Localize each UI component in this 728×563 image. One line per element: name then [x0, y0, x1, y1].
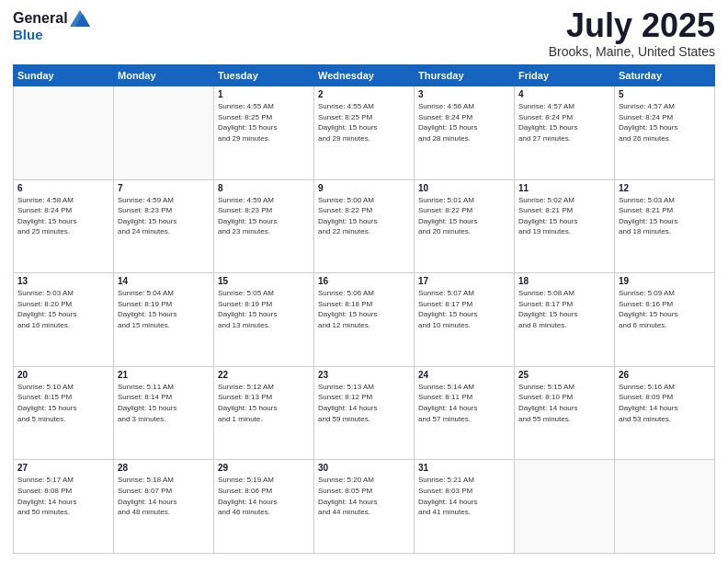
week-row-1: 1Sunrise: 4:55 AM Sunset: 8:25 PM Daylig… [14, 86, 715, 180]
day-info: Sunrise: 5:18 AM Sunset: 8:07 PM Dayligh… [118, 475, 210, 517]
day-info: Sunrise: 5:06 AM Sunset: 8:18 PM Dayligh… [318, 288, 410, 330]
day-info: Sunrise: 5:03 AM Sunset: 8:20 PM Dayligh… [17, 288, 109, 330]
day-info: Sunrise: 5:03 AM Sunset: 8:21 PM Dayligh… [619, 195, 711, 237]
day-number: 23 [318, 370, 410, 380]
day-info: Sunrise: 4:57 AM Sunset: 8:24 PM Dayligh… [518, 101, 610, 144]
page: General Blue July 2025 Brooks, Maine, Un… [0, 0, 728, 563]
day-info: Sunrise: 4:59 AM Sunset: 8:23 PM Dayligh… [118, 195, 210, 237]
day-info: Sunrise: 5:09 AM Sunset: 8:16 PM Dayligh… [619, 288, 711, 330]
calendar-cell: 28Sunrise: 5:18 AM Sunset: 8:07 PM Dayli… [114, 460, 214, 554]
weekday-header-row: SundayMondayTuesdayWednesdayThursdayFrid… [14, 65, 715, 86]
day-number: 24 [418, 370, 510, 380]
day-info: Sunrise: 5:17 AM Sunset: 8:08 PM Dayligh… [17, 475, 109, 517]
day-info: Sunrise: 4:55 AM Sunset: 8:25 PM Dayligh… [318, 101, 410, 144]
calendar-cell: 12Sunrise: 5:03 AM Sunset: 8:21 PM Dayli… [615, 179, 715, 273]
calendar-cell: 8Sunrise: 4:59 AM Sunset: 8:23 PM Daylig… [214, 179, 314, 273]
day-number: 19 [619, 276, 711, 286]
day-info: Sunrise: 4:55 AM Sunset: 8:25 PM Dayligh… [218, 101, 310, 144]
day-info: Sunrise: 4:59 AM Sunset: 8:23 PM Dayligh… [218, 195, 310, 237]
weekday-thursday: Thursday [415, 65, 515, 86]
week-row-4: 20Sunrise: 5:10 AM Sunset: 8:15 PM Dayli… [14, 366, 715, 460]
day-info: Sunrise: 5:12 AM Sunset: 8:13 PM Dayligh… [218, 382, 310, 424]
day-number: 8 [218, 183, 310, 193]
day-number: 7 [118, 183, 210, 193]
calendar-cell: 19Sunrise: 5:09 AM Sunset: 8:16 PM Dayli… [615, 273, 715, 367]
calendar-cell: 20Sunrise: 5:10 AM Sunset: 8:15 PM Dayli… [14, 366, 114, 460]
calendar-cell: 18Sunrise: 5:08 AM Sunset: 8:17 PM Dayli… [515, 273, 615, 367]
calendar-cell: 9Sunrise: 5:00 AM Sunset: 8:22 PM Daylig… [314, 179, 415, 273]
day-info: Sunrise: 4:58 AM Sunset: 8:24 PM Dayligh… [17, 195, 109, 237]
calendar-cell: 6Sunrise: 4:58 AM Sunset: 8:24 PM Daylig… [14, 179, 114, 273]
calendar-cell [114, 86, 214, 180]
calendar-cell: 2Sunrise: 4:55 AM Sunset: 8:25 PM Daylig… [314, 86, 415, 180]
day-number: 28 [118, 463, 210, 473]
day-info: Sunrise: 5:07 AM Sunset: 8:17 PM Dayligh… [418, 288, 510, 330]
calendar-cell: 3Sunrise: 4:56 AM Sunset: 8:24 PM Daylig… [415, 86, 515, 180]
weekday-friday: Friday [515, 65, 615, 86]
calendar-cell: 31Sunrise: 5:21 AM Sunset: 8:03 PM Dayli… [415, 460, 515, 554]
calendar-cell: 27Sunrise: 5:17 AM Sunset: 8:08 PM Dayli… [14, 460, 114, 554]
day-number: 30 [318, 463, 410, 473]
week-row-2: 6Sunrise: 4:58 AM Sunset: 8:24 PM Daylig… [14, 179, 715, 273]
day-info: Sunrise: 5:00 AM Sunset: 8:22 PM Dayligh… [318, 195, 410, 237]
calendar-cell: 26Sunrise: 5:16 AM Sunset: 8:09 PM Dayli… [615, 366, 715, 460]
calendar-cell: 17Sunrise: 5:07 AM Sunset: 8:17 PM Dayli… [415, 273, 515, 367]
day-number: 13 [17, 276, 109, 286]
day-number: 22 [218, 370, 310, 380]
calendar-cell [515, 460, 615, 554]
calendar-cell: 15Sunrise: 5:05 AM Sunset: 8:19 PM Dayli… [214, 273, 314, 367]
calendar-cell: 25Sunrise: 5:15 AM Sunset: 8:10 PM Dayli… [515, 366, 615, 460]
day-number: 2 [318, 89, 410, 99]
day-info: Sunrise: 4:57 AM Sunset: 8:24 PM Dayligh… [619, 101, 711, 144]
day-info: Sunrise: 5:04 AM Sunset: 8:19 PM Dayligh… [118, 288, 210, 330]
calendar-cell [14, 86, 114, 180]
day-info: Sunrise: 5:10 AM Sunset: 8:15 PM Dayligh… [17, 382, 109, 424]
header: General Blue July 2025 Brooks, Maine, Un… [13, 9, 715, 59]
day-info: Sunrise: 5:08 AM Sunset: 8:17 PM Dayligh… [518, 288, 610, 330]
day-number: 4 [518, 89, 610, 99]
day-info: Sunrise: 5:16 AM Sunset: 8:09 PM Dayligh… [619, 382, 711, 424]
calendar-cell: 30Sunrise: 5:20 AM Sunset: 8:05 PM Dayli… [314, 460, 415, 554]
day-number: 29 [218, 463, 310, 473]
day-info: Sunrise: 5:01 AM Sunset: 8:22 PM Dayligh… [418, 195, 510, 237]
calendar-cell: 24Sunrise: 5:14 AM Sunset: 8:11 PM Dayli… [415, 366, 515, 460]
calendar-cell: 29Sunrise: 5:19 AM Sunset: 8:06 PM Dayli… [214, 460, 314, 554]
day-number: 10 [418, 183, 510, 193]
day-info: Sunrise: 5:14 AM Sunset: 8:11 PM Dayligh… [418, 382, 510, 424]
logo-blue: Blue [13, 27, 43, 42]
day-number: 12 [619, 183, 711, 193]
day-number: 31 [418, 463, 510, 473]
calendar-cell: 23Sunrise: 5:13 AM Sunset: 8:12 PM Dayli… [314, 366, 415, 460]
day-info: Sunrise: 5:20 AM Sunset: 8:05 PM Dayligh… [318, 475, 410, 517]
logo: General Blue [13, 9, 90, 43]
day-number: 1 [218, 89, 310, 99]
day-number: 26 [619, 370, 711, 380]
day-number: 21 [118, 370, 210, 380]
calendar-cell: 14Sunrise: 5:04 AM Sunset: 8:19 PM Dayli… [114, 273, 214, 367]
weekday-sunday: Sunday [14, 65, 114, 86]
day-number: 25 [518, 370, 610, 380]
weekday-monday: Monday [114, 65, 214, 86]
day-info: Sunrise: 5:19 AM Sunset: 8:06 PM Dayligh… [218, 475, 310, 517]
day-number: 18 [518, 276, 610, 286]
calendar-cell: 21Sunrise: 5:11 AM Sunset: 8:14 PM Dayli… [114, 366, 214, 460]
day-number: 6 [17, 183, 109, 193]
day-number: 11 [518, 183, 610, 193]
weekday-wednesday: Wednesday [314, 65, 415, 86]
day-number: 9 [318, 183, 410, 193]
day-info: Sunrise: 5:11 AM Sunset: 8:14 PM Dayligh… [118, 382, 210, 424]
calendar-cell: 7Sunrise: 4:59 AM Sunset: 8:23 PM Daylig… [114, 179, 214, 273]
calendar-cell: 13Sunrise: 5:03 AM Sunset: 8:20 PM Dayli… [14, 273, 114, 367]
day-info: Sunrise: 5:05 AM Sunset: 8:19 PM Dayligh… [218, 288, 310, 330]
calendar-cell: 4Sunrise: 4:57 AM Sunset: 8:24 PM Daylig… [515, 86, 615, 180]
calendar-cell: 16Sunrise: 5:06 AM Sunset: 8:18 PM Dayli… [314, 273, 415, 367]
calendar-cell: 22Sunrise: 5:12 AM Sunset: 8:13 PM Dayli… [214, 366, 314, 460]
day-info: Sunrise: 5:13 AM Sunset: 8:12 PM Dayligh… [318, 382, 410, 424]
title-block: July 2025 Brooks, Maine, United States [549, 9, 715, 59]
day-info: Sunrise: 5:15 AM Sunset: 8:10 PM Dayligh… [518, 382, 610, 424]
logo-general: General [13, 9, 68, 27]
location: Brooks, Maine, United States [549, 44, 715, 59]
day-number: 15 [218, 276, 310, 286]
logo-icon [70, 10, 90, 27]
calendar-cell [615, 460, 715, 554]
